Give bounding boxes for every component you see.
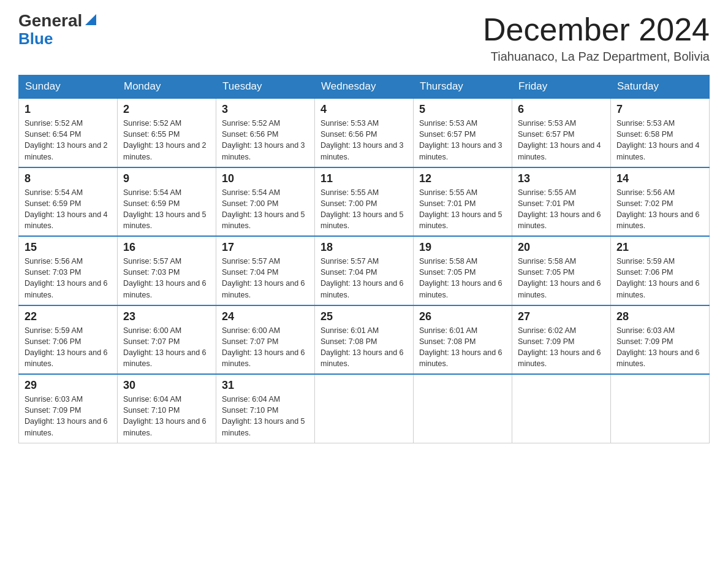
day-info: Sunrise: 6:01 AMSunset: 7:08 PMDaylight:… [419, 326, 502, 368]
calendar-day-cell: 19 Sunrise: 5:58 AMSunset: 7:05 PMDaylig… [414, 236, 512, 305]
day-info: Sunrise: 5:55 AMSunset: 7:01 PMDaylight:… [518, 188, 601, 230]
location-subtitle: Tiahuanaco, La Paz Department, Bolivia [483, 50, 710, 64]
calendar-day-cell: 9 Sunrise: 5:54 AMSunset: 6:59 PMDayligh… [118, 167, 216, 237]
calendar-day-cell [414, 374, 512, 443]
calendar-day-cell: 3 Sunrise: 5:52 AMSunset: 6:56 PMDayligh… [216, 98, 315, 167]
logo-triangle-icon [83, 13, 96, 26]
calendar-day-header: Friday [512, 75, 611, 99]
day-info: Sunrise: 5:54 AMSunset: 7:00 PMDaylight:… [222, 188, 305, 230]
day-info: Sunrise: 5:56 AMSunset: 7:02 PMDaylight:… [616, 188, 700, 230]
calendar-week-row: 1 Sunrise: 5:52 AMSunset: 6:54 PMDayligh… [19, 98, 710, 167]
day-number: 29 [25, 379, 112, 392]
day-number: 17 [222, 241, 309, 254]
day-info: Sunrise: 5:54 AMSunset: 6:59 PMDaylight:… [25, 188, 108, 230]
day-info: Sunrise: 6:03 AMSunset: 7:09 PMDaylight:… [616, 326, 700, 368]
day-info: Sunrise: 5:58 AMSunset: 7:05 PMDaylight:… [419, 257, 502, 299]
calendar-day-header: Sunday [19, 75, 118, 99]
calendar-day-cell: 29 Sunrise: 6:03 AMSunset: 7:09 PMDaylig… [19, 374, 118, 443]
day-number: 10 [222, 172, 309, 185]
calendar-day-header: Saturday [611, 75, 710, 99]
calendar-day-cell: 2 Sunrise: 5:52 AMSunset: 6:55 PMDayligh… [118, 98, 216, 167]
day-number: 24 [222, 310, 309, 323]
day-info: Sunrise: 5:57 AMSunset: 7:03 PMDaylight:… [123, 257, 207, 299]
day-number: 2 [123, 103, 210, 116]
day-number: 21 [616, 241, 703, 254]
calendar-day-cell: 22 Sunrise: 5:59 AMSunset: 7:06 PMDaylig… [19, 305, 118, 375]
day-number: 30 [123, 379, 210, 392]
calendar-day-cell: 16 Sunrise: 5:57 AMSunset: 7:03 PMDaylig… [118, 236, 216, 305]
calendar-day-cell: 25 Sunrise: 6:01 AMSunset: 7:08 PMDaylig… [315, 305, 414, 375]
day-info: Sunrise: 5:55 AMSunset: 7:00 PMDaylight:… [320, 188, 404, 230]
calendar-day-cell: 6 Sunrise: 5:53 AMSunset: 6:57 PMDayligh… [512, 98, 611, 167]
calendar-day-cell: 26 Sunrise: 6:01 AMSunset: 7:08 PMDaylig… [414, 305, 512, 375]
day-number: 20 [518, 241, 605, 254]
day-number: 27 [518, 310, 605, 323]
calendar-day-cell: 18 Sunrise: 5:57 AMSunset: 7:04 PMDaylig… [315, 236, 414, 305]
day-number: 12 [419, 172, 506, 185]
day-info: Sunrise: 5:56 AMSunset: 7:03 PMDaylight:… [25, 257, 108, 299]
calendar-day-cell: 15 Sunrise: 5:56 AMSunset: 7:03 PMDaylig… [19, 236, 118, 305]
calendar-day-header: Tuesday [216, 75, 315, 99]
day-info: Sunrise: 5:58 AMSunset: 7:05 PMDaylight:… [518, 257, 601, 299]
calendar-day-cell: 7 Sunrise: 5:53 AMSunset: 6:58 PMDayligh… [611, 98, 710, 167]
calendar-day-cell: 4 Sunrise: 5:53 AMSunset: 6:56 PMDayligh… [315, 98, 414, 167]
calendar-day-cell: 23 Sunrise: 6:00 AMSunset: 7:07 PMDaylig… [118, 305, 216, 375]
calendar-day-cell: 14 Sunrise: 5:56 AMSunset: 7:02 PMDaylig… [611, 167, 710, 237]
calendar-day-cell: 8 Sunrise: 5:54 AMSunset: 6:59 PMDayligh… [19, 167, 118, 237]
logo-blue: Blue [18, 31, 53, 47]
calendar-header-row: SundayMondayTuesdayWednesdayThursdayFrid… [19, 75, 710, 99]
calendar-week-row: 22 Sunrise: 5:59 AMSunset: 7:06 PMDaylig… [19, 305, 710, 375]
day-number: 5 [419, 103, 506, 116]
day-number: 19 [419, 241, 506, 254]
day-number: 3 [222, 103, 309, 116]
calendar-day-cell [611, 374, 710, 443]
calendar-day-cell: 12 Sunrise: 5:55 AMSunset: 7:01 PMDaylig… [414, 167, 512, 237]
day-number: 8 [25, 172, 112, 185]
calendar-day-cell: 20 Sunrise: 5:58 AMSunset: 7:05 PMDaylig… [512, 236, 611, 305]
calendar-week-row: 15 Sunrise: 5:56 AMSunset: 7:03 PMDaylig… [19, 236, 710, 305]
calendar-week-row: 29 Sunrise: 6:03 AMSunset: 7:09 PMDaylig… [19, 374, 710, 443]
calendar-day-header: Wednesday [315, 75, 414, 99]
calendar-day-cell: 13 Sunrise: 5:55 AMSunset: 7:01 PMDaylig… [512, 167, 611, 237]
calendar-day-cell: 21 Sunrise: 5:59 AMSunset: 7:06 PMDaylig… [611, 236, 710, 305]
day-info: Sunrise: 6:00 AMSunset: 7:07 PMDaylight:… [123, 326, 207, 368]
calendar-day-header: Monday [118, 75, 216, 99]
day-number: 25 [320, 310, 408, 323]
logo-general: General [18, 12, 82, 29]
day-info: Sunrise: 6:02 AMSunset: 7:09 PMDaylight:… [518, 326, 601, 368]
calendar-day-cell [512, 374, 611, 443]
calendar-day-cell: 28 Sunrise: 6:03 AMSunset: 7:09 PMDaylig… [611, 305, 710, 375]
calendar-week-row: 8 Sunrise: 5:54 AMSunset: 6:59 PMDayligh… [19, 167, 710, 237]
calendar-day-cell: 10 Sunrise: 5:54 AMSunset: 7:00 PMDaylig… [216, 167, 315, 237]
calendar-day-cell: 24 Sunrise: 6:00 AMSunset: 7:07 PMDaylig… [216, 305, 315, 375]
month-title: December 2024 [483, 12, 710, 47]
day-info: Sunrise: 5:52 AMSunset: 6:56 PMDaylight:… [222, 119, 305, 161]
day-info: Sunrise: 5:55 AMSunset: 7:01 PMDaylight:… [419, 188, 502, 230]
day-info: Sunrise: 5:52 AMSunset: 6:54 PMDaylight:… [25, 119, 108, 161]
day-info: Sunrise: 5:57 AMSunset: 7:04 PMDaylight:… [222, 257, 305, 299]
calendar-day-cell: 31 Sunrise: 6:04 AMSunset: 7:10 PMDaylig… [216, 374, 315, 443]
day-number: 11 [320, 172, 408, 185]
day-number: 15 [25, 241, 112, 254]
calendar-day-cell: 1 Sunrise: 5:52 AMSunset: 6:54 PMDayligh… [19, 98, 118, 167]
calendar-table: SundayMondayTuesdayWednesdayThursdayFrid… [18, 75, 710, 443]
day-number: 14 [616, 172, 703, 185]
page-header: General Blue December 2024 Tiahuanaco, L… [18, 12, 710, 64]
day-info: Sunrise: 6:03 AMSunset: 7:09 PMDaylight:… [25, 395, 108, 437]
day-info: Sunrise: 5:53 AMSunset: 6:57 PMDaylight:… [419, 119, 502, 161]
logo: General Blue [18, 12, 96, 47]
svg-marker-0 [85, 14, 96, 25]
day-info: Sunrise: 6:04 AMSunset: 7:10 PMDaylight:… [123, 395, 207, 437]
day-number: 13 [518, 172, 605, 185]
day-info: Sunrise: 5:53 AMSunset: 6:57 PMDaylight:… [518, 119, 601, 161]
day-info: Sunrise: 5:54 AMSunset: 6:59 PMDaylight:… [123, 188, 207, 230]
day-info: Sunrise: 5:59 AMSunset: 7:06 PMDaylight:… [616, 257, 700, 299]
calendar-day-cell: 17 Sunrise: 5:57 AMSunset: 7:04 PMDaylig… [216, 236, 315, 305]
day-number: 16 [123, 241, 210, 254]
day-info: Sunrise: 6:04 AMSunset: 7:10 PMDaylight:… [222, 395, 305, 437]
day-number: 4 [320, 103, 408, 116]
day-number: 28 [616, 310, 703, 323]
day-number: 22 [25, 310, 112, 323]
title-block: December 2024 Tiahuanaco, La Paz Departm… [483, 12, 710, 64]
day-info: Sunrise: 5:57 AMSunset: 7:04 PMDaylight:… [320, 257, 404, 299]
